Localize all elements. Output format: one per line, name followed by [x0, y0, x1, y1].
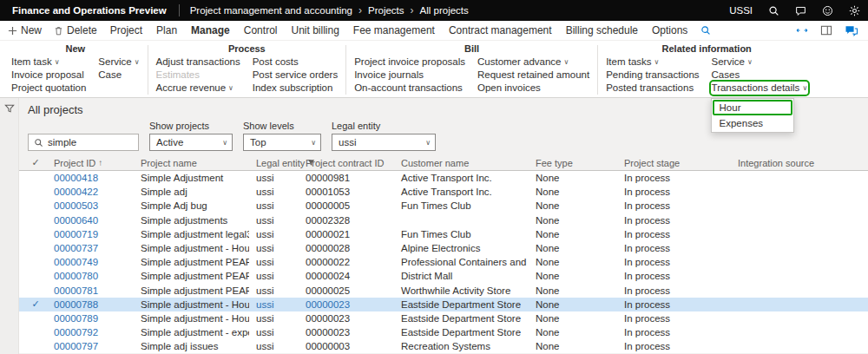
cell-project-id[interactable]: 00000797 — [47, 341, 134, 351]
ribbon-button-on-account-transactions[interactable]: On-account transactions — [354, 82, 465, 94]
open-in-new-window-icon[interactable] — [814, 25, 838, 36]
ribbon-button-adjust-transactions[interactable]: Adjust transactions — [156, 56, 240, 68]
ribbon-button-service[interactable]: Service∨ — [712, 56, 808, 68]
cell-project-id[interactable]: 00000422 — [47, 187, 134, 197]
ribbon-button-customer-advance[interactable]: Customer advance∨ — [477, 56, 589, 68]
cell-project-id[interactable]: 00000719 — [47, 229, 134, 239]
table-row[interactable]: 00000789Simple adjustment - Hour 2ussi00… — [19, 311, 868, 325]
column-header-fee-type[interactable]: Fee type — [529, 158, 617, 168]
column-header-integration-source[interactable]: Integration source — [731, 158, 868, 168]
legal-entity-combobox[interactable]: ussi ∨ — [332, 134, 436, 151]
ribbon-tab-unit-billing[interactable]: Unit billing — [284, 24, 345, 36]
ribbon-button-project-quotation[interactable]: Project quotation — [11, 82, 86, 94]
ribbon-tab-fee-management[interactable]: Fee management — [346, 24, 442, 36]
ribbon-group-new: NewItem task∨Invoice proposalProject quo… — [3, 43, 148, 97]
cell-project-id[interactable]: 00000792 — [47, 327, 134, 338]
app-title[interactable]: Finance and Operations Preview — [0, 5, 179, 16]
grid-header-row: ✓Project ID↑Project nameLegal entityProj… — [19, 155, 868, 171]
ribbon-button-pending-transactions[interactable]: Pending transactions — [606, 69, 699, 81]
ribbon-button-project-invoice-proposals[interactable]: Project invoice proposals — [354, 56, 465, 68]
settings-gear-icon[interactable] — [841, 0, 868, 21]
table-row[interactable]: 00000418Simple Adjustmentussi00000981Act… — [19, 171, 868, 185]
chevron-down-icon: ∨ — [228, 82, 233, 94]
ribbon-button-label: Project invoice proposals — [354, 56, 465, 68]
table-row[interactable]: 00000780Simple adjustment PEAP 1ussi0000… — [19, 269, 868, 283]
ribbon-tab-contract-management[interactable]: Contract management — [442, 24, 559, 36]
cell-project-id[interactable]: 00000749 — [47, 257, 134, 267]
ribbon-button-invoice-proposal[interactable]: Invoice proposal — [11, 69, 86, 81]
column-header-legal-entity[interactable]: Legal entity — [249, 158, 299, 168]
table-row[interactable]: 00000737Simple adjustment - Hourussi0000… — [19, 241, 868, 255]
show-levels-label: Show levels — [243, 121, 321, 131]
show-projects-combobox[interactable]: Active ∨ — [149, 134, 233, 151]
table-row[interactable]: ✓00000788Simple adjustment - Hour 1ussi0… — [19, 298, 868, 311]
quick-filter-input[interactable]: simple — [28, 134, 139, 151]
breadcrumb-item-projects[interactable]: Projects — [368, 5, 404, 16]
ribbon-button-open-invoices[interactable]: Open invoices — [477, 82, 589, 94]
ribbon-button-post-service-orders[interactable]: Post service orders — [253, 69, 338, 81]
ribbon-button-item-tasks[interactable]: Item tasks∨ — [606, 56, 699, 68]
ribbon-tab-billing-schedule[interactable]: Billing schedule — [559, 24, 645, 36]
cell-customer-name: Eastside Department Store — [394, 327, 529, 338]
ribbon-button-posted-transactions[interactable]: Posted transactions — [606, 82, 699, 94]
cell-customer-name: Eastside Department Store — [394, 299, 529, 310]
cell-project-id[interactable]: 00000418 — [47, 173, 134, 183]
action-search-icon[interactable] — [694, 25, 717, 36]
table-row[interactable]: 00000797Simple adj issuesussi00000003Rec… — [19, 339, 868, 353]
search-icon[interactable] — [760, 0, 787, 21]
ribbon-button-case[interactable]: Case — [98, 69, 139, 81]
ribbon-button-item-task[interactable]: Item task∨ — [11, 56, 86, 68]
filter-pane[interactable] — [0, 98, 19, 354]
ribbon-tab-control[interactable]: Control — [237, 24, 285, 36]
menu-item-hour[interactable]: Hour — [713, 100, 792, 115]
breadcrumb-item-project-management-and-accounting[interactable]: Project management and accounting — [190, 5, 352, 16]
column-header-project-id[interactable]: Project ID↑ — [47, 158, 134, 168]
menu-item-expenses[interactable]: Expenses — [713, 115, 792, 131]
ribbon-button-request-retained-amount[interactable]: Request retained amount — [477, 69, 589, 81]
chat-icon[interactable] — [787, 0, 814, 21]
ribbon-button-accrue-revenue[interactable]: Accrue revenue∨ — [156, 82, 240, 94]
cell-project-id[interactable]: 00000780 — [47, 271, 134, 281]
cell-project-id[interactable]: 00000788 — [47, 299, 134, 310]
cell-project-id[interactable]: 00000789 — [47, 313, 134, 324]
company-selector[interactable]: USSI — [721, 0, 760, 21]
chevron-down-icon: ∨ — [802, 82, 807, 94]
ribbon-button-transactions-details[interactable]: Transactions details∨HourExpenses — [712, 82, 808, 94]
table-row[interactable]: 00000719Simple adjustment legal360ussi00… — [19, 227, 868, 241]
table-row[interactable]: 00000503Simple Adj bugussi00000005Fun Ti… — [19, 199, 868, 213]
fit-width-icon[interactable] — [790, 25, 814, 36]
column-header-label: Project name — [141, 158, 197, 168]
table-row[interactable]: 00000422Simple adjussi00001053Active Tra… — [19, 185, 868, 199]
column-header-customer-name[interactable]: Customer name — [394, 158, 529, 168]
cell-project-id[interactable]: 00000640 — [47, 215, 134, 226]
ribbon-button-invoice-journals[interactable]: Invoice journals — [354, 69, 465, 81]
ribbon-tab-project[interactable]: Project — [103, 24, 149, 36]
column-header-project-contract-id[interactable]: Project contract ID — [299, 158, 394, 168]
column-header-project-name[interactable]: Project name — [134, 158, 249, 168]
ribbon-tab-options[interactable]: Options — [645, 24, 694, 36]
delete-button[interactable]: Delete — [48, 24, 103, 36]
row-selector[interactable]: ✓ — [24, 298, 47, 310]
ribbon-tab-manage[interactable]: Manage — [184, 24, 237, 36]
filter-funnel-icon[interactable] — [4, 103, 15, 354]
ribbon-button-cases[interactable]: Cases — [712, 69, 808, 81]
ribbon-tab-plan[interactable]: Plan — [149, 24, 184, 36]
breadcrumb-item-all-projects[interactable]: All projects — [420, 5, 469, 16]
table-row[interactable]: 00000749Simple adjustment PEAPussi000000… — [19, 255, 868, 269]
select-all-checkbox[interactable]: ✓ — [24, 157, 47, 168]
cell-project-id[interactable]: 00000737 — [47, 243, 134, 253]
cell-project-id[interactable]: 00000503 — [47, 200, 134, 211]
table-row[interactable]: 00000640Simple adjustmentsussi00002328No… — [19, 213, 868, 227]
messages-icon[interactable] — [838, 25, 865, 36]
ribbon-button-post-costs[interactable]: Post costs — [253, 56, 338, 68]
cell-project-id[interactable]: 00000781 — [47, 285, 134, 296]
feedback-smiley-icon[interactable] — [814, 0, 841, 21]
column-header-label: Project contract ID — [306, 158, 384, 168]
table-row[interactable]: 00000792Simple adjustment - expenseussi0… — [19, 325, 868, 339]
table-row[interactable]: 00000781Simple adjustment PEAP 2ussi0000… — [19, 284, 868, 298]
new-button[interactable]: New — [2, 24, 48, 36]
show-levels-combobox[interactable]: Top ∨ — [243, 134, 321, 151]
ribbon-button-index-subscription[interactable]: Index subscription — [253, 82, 338, 94]
column-header-project-stage[interactable]: Project stage — [617, 158, 731, 168]
ribbon-button-service[interactable]: Service∨ — [98, 56, 139, 68]
